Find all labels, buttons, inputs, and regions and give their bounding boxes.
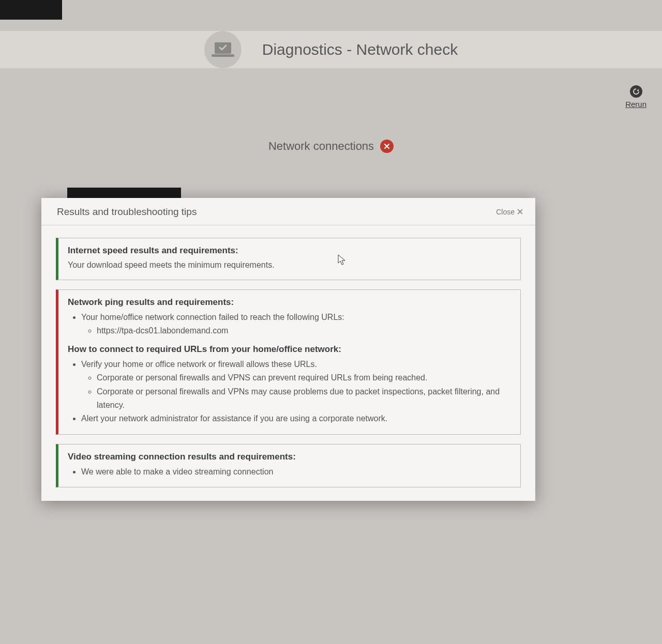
video-text: We were able to make a video streaming c… bbox=[81, 465, 511, 479]
ping-result-box: Network ping results and requirements: Y… bbox=[56, 289, 521, 435]
results-modal: Results and troubleshooting tips Close I… bbox=[41, 198, 535, 501]
video-heading: Video streaming connection results and r… bbox=[68, 452, 511, 462]
speed-heading: Internet speed results and requirements: bbox=[68, 246, 511, 256]
close-button[interactable]: Close bbox=[496, 208, 523, 216]
fail-badge-icon bbox=[380, 140, 394, 153]
refresh-icon bbox=[630, 85, 642, 98]
section-title: Network connections bbox=[268, 140, 374, 153]
failed-url-item: https://tpa-dcs01.labondemand.com bbox=[97, 324, 511, 338]
list-item: Corporate or personal firewalls and VPNS… bbox=[97, 371, 511, 385]
laptop-check-icon bbox=[204, 31, 242, 68]
rerun-label: Rerun bbox=[625, 100, 646, 109]
list-item: Alert your network administrator for ass… bbox=[81, 412, 511, 425]
svg-rect-1 bbox=[212, 54, 234, 57]
ping-fail-intro: Your home/office network connection fail… bbox=[81, 313, 344, 321]
modal-header: Results and troubleshooting tips Close bbox=[41, 198, 535, 225]
ping-howto-heading: How to connect to required URLs from you… bbox=[68, 344, 511, 355]
list-item: Verify your home or office network or fi… bbox=[81, 358, 511, 412]
close-icon bbox=[517, 208, 523, 216]
modal-title: Results and troubleshooting tips bbox=[57, 206, 197, 218]
tip-verify: Verify your home or office network or fi… bbox=[81, 360, 317, 369]
rerun-button[interactable]: Rerun bbox=[625, 85, 646, 109]
page-title: Diagnostics - Network check bbox=[262, 41, 458, 58]
video-result-box: Video streaming connection results and r… bbox=[56, 444, 521, 487]
speed-text: Your download speed meets the minimum re… bbox=[68, 259, 511, 271]
modal-body: Internet speed results and requirements:… bbox=[41, 225, 535, 501]
ping-heading: Network ping results and requirements: bbox=[68, 297, 511, 308]
network-connections-heading: Network connections bbox=[0, 140, 662, 153]
speed-result-box: Internet speed results and requirements:… bbox=[56, 238, 521, 280]
list-item: Corporate or personal firewalls and VPNs… bbox=[97, 385, 511, 412]
redacted-region-top bbox=[0, 0, 62, 20]
list-item: Your home/office network connection fail… bbox=[81, 311, 511, 338]
close-label: Close bbox=[496, 208, 515, 216]
page-header: Diagnostics - Network check bbox=[0, 31, 662, 68]
